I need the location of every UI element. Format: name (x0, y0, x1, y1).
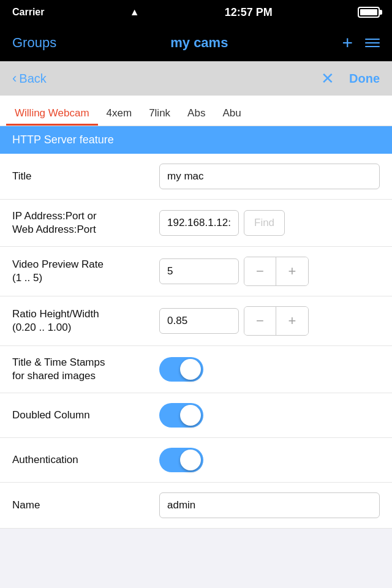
sub-nav-actions: ✕ Done (321, 69, 380, 88)
video-rate-input-area: − + (159, 257, 380, 286)
timestamps-toggle-knob (180, 359, 201, 380)
authentication-row: Authentication (0, 438, 392, 483)
title-input[interactable] (159, 164, 380, 189)
timestamps-toggle[interactable] (159, 357, 203, 382)
time-label: 12:57 PM (225, 6, 273, 19)
nav-actions: + (342, 32, 380, 53)
carrier-label: Carrier (12, 7, 44, 18)
back-button[interactable]: ‹ Back (12, 70, 47, 86)
battery-icon (358, 7, 380, 18)
doubled-column-toggle[interactable] (159, 403, 203, 428)
video-rate-label: Video Preview Rate(1 .. 5) (12, 258, 159, 285)
doubled-column-toggle-knob (180, 405, 201, 426)
ratio-increment-button[interactable]: + (276, 307, 308, 335)
tab-7link[interactable]: 7link (140, 102, 179, 126)
name-label: Name (12, 499, 159, 512)
timestamps-label: Title & Time Stampsfor shared images (12, 356, 159, 383)
timestamps-row: Title & Time Stampsfor shared images (0, 346, 392, 393)
ratio-stepper: − + (244, 306, 309, 336)
menu-line-1 (365, 39, 380, 40)
find-button[interactable]: Find (244, 210, 285, 236)
nav-bar: Groups my cams + (0, 24, 392, 61)
name-input-area (159, 492, 380, 518)
title-input-area (159, 164, 380, 189)
timestamps-toggle-area (159, 357, 380, 382)
title-label: Title (12, 170, 159, 183)
video-rate-increment-button[interactable]: + (276, 257, 308, 285)
tab-abu[interactable]: Abu (214, 102, 249, 126)
menu-line-3 (365, 46, 380, 47)
doubled-column-label: Doubled Column (12, 409, 159, 422)
name-input[interactable] (159, 492, 380, 518)
add-cam-button[interactable]: + (342, 32, 353, 53)
done-button[interactable]: Done (349, 72, 380, 86)
chevron-left-icon: ‹ (12, 70, 17, 86)
ip-input-area: Find (159, 210, 380, 236)
ratio-input[interactable] (159, 308, 239, 334)
ip-input[interactable] (159, 210, 239, 236)
tab-willing-webcam[interactable]: Willing Webcam (6, 102, 98, 126)
authentication-label: Authentication (12, 453, 159, 467)
video-rate-input[interactable] (159, 258, 239, 284)
doubled-column-row: Doubled Column (0, 393, 392, 438)
groups-button[interactable]: Groups (12, 35, 56, 51)
ip-row: IP Address:Port orWeb Address:Port Find (0, 200, 392, 247)
video-rate-stepper: − + (244, 257, 309, 286)
nav-title: my cams (170, 35, 228, 51)
section-header-label: HTTP Server feature (12, 134, 114, 146)
authentication-toggle[interactable] (159, 448, 203, 472)
title-row: Title (0, 154, 392, 200)
video-rate-row: Video Preview Rate(1 .. 5) − + (0, 247, 392, 296)
form-container: Title IP Address:Port orWeb Address:Port… (0, 154, 392, 529)
status-bar: Carrier ▲ 12:57 PM (0, 0, 392, 24)
ratio-row: Ratio Height/Width(0.20 .. 1.00) − + (0, 296, 392, 346)
sub-nav-bar: ‹ Back ✕ Done (0, 61, 392, 96)
back-label: Back (19, 72, 46, 86)
menu-line-2 (365, 42, 380, 43)
ip-label: IP Address:Port orWeb Address:Port (12, 209, 159, 236)
wifi-icon: ▲ (130, 7, 140, 18)
ratio-input-area: − + (159, 306, 380, 336)
close-button[interactable]: ✕ (321, 69, 334, 88)
section-header: HTTP Server feature (0, 126, 392, 154)
tab-bar: Willing Webcam 4xem 7link Abs Abu (0, 96, 392, 126)
tab-4xem[interactable]: 4xem (98, 102, 141, 126)
authentication-toggle-knob (180, 450, 201, 470)
authentication-toggle-area (159, 448, 380, 472)
menu-button[interactable] (365, 39, 380, 47)
tab-abs[interactable]: Abs (179, 102, 214, 126)
ratio-label: Ratio Height/Width(0.20 .. 1.00) (12, 307, 159, 334)
ratio-decrement-button[interactable]: − (244, 307, 276, 335)
name-row: Name (0, 483, 392, 529)
doubled-column-toggle-area (159, 403, 380, 428)
video-rate-decrement-button[interactable]: − (244, 257, 276, 285)
